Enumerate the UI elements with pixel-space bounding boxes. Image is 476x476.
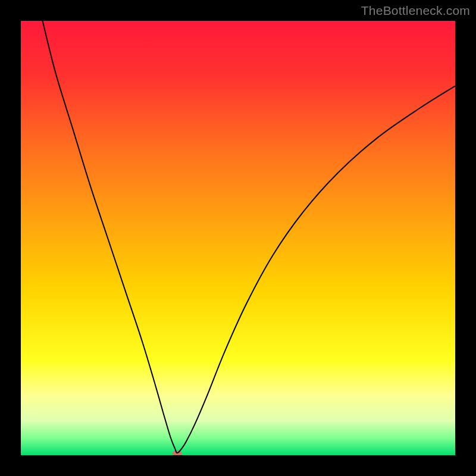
plot-svg <box>21 21 455 455</box>
watermark-text: TheBottleneck.com <box>361 4 470 18</box>
plot-background <box>21 21 455 455</box>
chart-container: TheBottleneck.com <box>0 0 476 476</box>
